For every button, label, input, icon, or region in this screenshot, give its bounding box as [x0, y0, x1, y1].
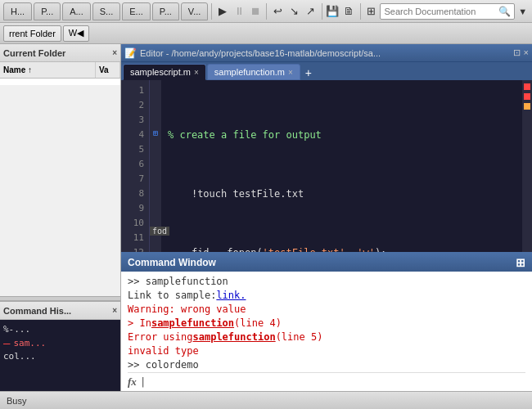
scroll-error-mark	[524, 83, 530, 90]
code-editor[interactable]: 1 2 3 4 5 6 7 8 9 10 11 12 ⊞	[121, 80, 532, 252]
step-in-button[interactable]: ↘	[286, 2, 301, 20]
code-token: );	[375, 245, 386, 252]
search-input[interactable]	[384, 7, 498, 16]
cmd-function-link[interactable]: samplefunction	[151, 317, 234, 330]
cmd-history-title: Command His...	[3, 306, 71, 316]
workspace-tab[interactable]: W◀	[63, 25, 89, 42]
tab-label: samplefunction.m	[214, 67, 285, 77]
file-browser-title: Current Folder	[3, 48, 112, 58]
cmd-cursor: |	[140, 375, 147, 389]
margin-10	[150, 210, 161, 224]
line-num: 10	[126, 216, 144, 231]
for-bracket-icon: ⊞	[153, 128, 158, 137]
editor-close-btn[interactable]: ×	[524, 47, 529, 58]
cmd-prompt: >> samplefunction	[128, 275, 228, 289]
workspace-label: W◀	[69, 28, 83, 38]
tab-close-icon[interactable]: ×	[288, 68, 293, 77]
tab-s[interactable]: S...	[92, 2, 121, 20]
editor-undock-btn[interactable]: ⊡	[513, 47, 521, 58]
tab-h[interactable]: H...	[3, 2, 32, 20]
filter-button[interactable]: ▼	[516, 3, 529, 20]
history-item[interactable]: — sam...	[3, 335, 117, 350]
code-content[interactable]: % create a file for output !touch testFi…	[161, 80, 522, 252]
tab-p2[interactable]: P...	[152, 2, 179, 20]
line-num: 9	[126, 201, 144, 216]
editor-scroll-indicator	[522, 80, 532, 252]
pause-button[interactable]: ⏸	[232, 2, 246, 20]
code-token	[168, 245, 192, 252]
margin-4: ⊞	[150, 126, 161, 140]
tab-v[interactable]: V...	[181, 2, 209, 20]
cmd-error-using-text: Error using	[128, 330, 192, 344]
tab-a[interactable]: A...	[62, 2, 91, 20]
step-out-button[interactable]: ↗	[303, 2, 318, 20]
line-num: 4	[126, 128, 144, 142]
file-list	[0, 79, 120, 85]
line-num: 1	[126, 83, 144, 98]
cmd-error-message-line: invalid type	[128, 344, 525, 358]
editor-controls: ⊡ ×	[513, 47, 529, 58]
margin-3	[150, 111, 161, 125]
tab-label: samplescript.m	[130, 67, 191, 77]
command-window-content[interactable]: >> samplefunction Link to sample: link. …	[121, 272, 532, 391]
file-browser-collapse[interactable]: ×	[112, 48, 117, 57]
stop-button[interactable]: ⏹	[248, 2, 263, 20]
run-button[interactable]: ▶	[215, 2, 230, 20]
line-num: 12	[126, 245, 144, 252]
tab-samplefunction[interactable]: samplefunction.m ×	[207, 64, 300, 80]
cmd-error-message: invalid type	[128, 344, 199, 358]
search-icon[interactable]: 🔍	[498, 6, 511, 17]
line-num: 5	[126, 142, 144, 157]
search-box: 🔍	[380, 3, 515, 20]
current-folder-tab[interactable]: rrent Folder	[3, 25, 61, 42]
cmd-output-line: Link to sample: link.	[128, 289, 525, 303]
tab-samplescript[interactable]: samplescript.m ×	[123, 64, 206, 80]
cmd-warning-text: Warning: wrong value	[128, 303, 246, 317]
separator2	[266, 3, 267, 20]
cmd-traceback-line: > In samplefunction (line 4)	[128, 317, 525, 330]
history-item[interactable]: col...	[3, 350, 117, 362]
separator3	[322, 3, 322, 20]
left-panel: Current Folder × Name ↑ Va Command His..…	[0, 44, 121, 391]
file-list-header: Name ↑ Va	[0, 62, 120, 79]
history-item[interactable]: %-...	[3, 323, 117, 335]
editor-title: Editor - /home/andy/projects/base16-matl…	[140, 48, 507, 58]
margin-1	[150, 83, 161, 97]
cmd-error-suffix: (line 4)	[234, 317, 282, 330]
statusbar: Busy	[0, 391, 532, 409]
tab-p1[interactable]: P...	[34, 2, 61, 20]
code-line-2: !touch testFile.txt	[168, 187, 516, 201]
file-browser-header: Current Folder ×	[0, 44, 120, 62]
cmd-input-row: fx |	[128, 372, 525, 390]
margin-7	[150, 168, 161, 182]
cmd-prompt: >> colordemo	[128, 358, 199, 372]
separator4	[360, 3, 361, 20]
tab-e[interactable]: E...	[122, 2, 151, 20]
line-num: 11	[126, 231, 144, 245]
file-browser: Current Folder × Name ↑ Va	[0, 44, 120, 296]
line-num: 7	[126, 172, 144, 187]
expand-button[interactable]: ⊞	[363, 2, 378, 20]
add-tab-button[interactable]: +	[301, 65, 316, 80]
cmd-error-line: Error using samplefunction (line 5)	[128, 330, 525, 344]
code-token: fid = fopen(	[192, 245, 263, 252]
cmd-history-content: %-... — sam... col...	[0, 320, 120, 391]
tab-close-icon[interactable]: ×	[194, 68, 199, 77]
cmd-history-collapse[interactable]: ×	[112, 306, 117, 315]
cmd-output-line: >> colordemo	[128, 358, 525, 372]
save-button[interactable]: 💾	[325, 2, 340, 20]
main-toolbar: H... P... A... S... E... P... V... ▶ ⏸ ⏹…	[0, 0, 532, 23]
save-all-button[interactable]: 🗎	[341, 2, 356, 20]
cmd-link[interactable]: link.	[216, 289, 246, 303]
cmd-error-prefix: > In	[128, 317, 151, 330]
editor-tabs: samplescript.m × samplefunction.m × +	[121, 62, 532, 80]
margin-12	[150, 238, 161, 252]
command-history-header: Command His... ×	[0, 302, 120, 320]
cmd-function-link[interactable]: samplefunction	[192, 330, 275, 344]
secondary-toolbar: rrent Folder W◀	[0, 23, 532, 44]
name-col-header: Name ↑	[0, 62, 96, 78]
command-input[interactable]	[150, 376, 525, 388]
line-num: 8	[126, 187, 144, 201]
command-window-expand[interactable]: ⊞	[516, 256, 525, 269]
step-button[interactable]: ↩	[270, 2, 285, 20]
